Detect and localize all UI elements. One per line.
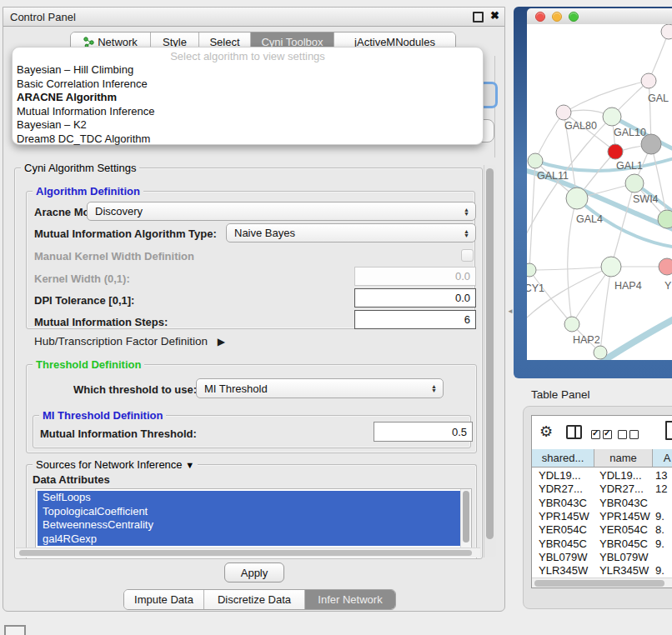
node-gal4[interactable] bbox=[566, 188, 588, 209]
attribute-item-betweennesscentrality[interactable]: BetweennessCentrality bbox=[38, 518, 462, 532]
attribute-item-selfloops[interactable]: SelfLoops bbox=[38, 491, 462, 505]
node-label-y: Y bbox=[664, 280, 672, 292]
node-label-hap2: HAP2 bbox=[573, 334, 600, 346]
tab-impute-data[interactable]: Impute Data bbox=[124, 590, 204, 609]
mi-threshold-input[interactable]: 0.5 bbox=[374, 422, 473, 442]
mi-type-select[interactable]: Naive Bayes ▲▼ bbox=[226, 223, 476, 242]
splitpane-arrow-icon[interactable]: ◄ bbox=[507, 308, 514, 315]
tab-discretize-data[interactable]: Discretize Data bbox=[204, 590, 305, 609]
mi-steps-input[interactable]: 6 bbox=[354, 310, 476, 329]
settings-horizontal-scrollbar[interactable] bbox=[16, 548, 480, 558]
tab-infer-network[interactable]: Infer Network bbox=[305, 590, 395, 609]
network-edge bbox=[564, 81, 649, 112]
table-header-row: shared...nameA bbox=[532, 449, 672, 468]
table-horizontal-scrollbar[interactable] bbox=[532, 578, 672, 588]
table-cell[interactable]: YER054C bbox=[539, 523, 587, 537]
algorithm-definition-title: Algorithm Definition bbox=[33, 185, 143, 198]
node-pink-right[interactable] bbox=[659, 258, 672, 275]
apply-button[interactable]: Apply bbox=[224, 562, 284, 582]
table-cell[interactable]: YBR045C bbox=[599, 538, 648, 551]
which-threshold-select[interactable]: MI Threshold ▲▼ bbox=[196, 378, 444, 398]
hub-section-label: Hub/Transcription Factor Definition bbox=[34, 335, 208, 348]
data-attributes-list[interactable]: SelfLoopsTopologicalCoefficientBetweenne… bbox=[35, 488, 472, 548]
manual-kernel-checkbox[interactable] bbox=[461, 249, 474, 262]
minimized-panel-icon[interactable] bbox=[4, 625, 26, 635]
column-header-A[interactable]: A bbox=[653, 449, 672, 468]
table-cell[interactable]: YDL19... bbox=[539, 469, 581, 482]
algorithm-option[interactable]: Basic Correlation Inference bbox=[13, 78, 483, 92]
table-cell[interactable]: 12 bbox=[655, 482, 667, 496]
node-label-gal1: GAL1 bbox=[616, 160, 643, 172]
node-gal1-red[interactable] bbox=[608, 144, 623, 159]
node-gal80[interactable] bbox=[556, 105, 571, 120]
table-toolbar: ⚙ bbox=[532, 416, 672, 449]
table-cell[interactable]: YBR043C bbox=[599, 497, 648, 510]
table-cell[interactable]: YDR27... bbox=[539, 482, 583, 496]
node-gal10[interactable] bbox=[603, 108, 621, 126]
table-cell[interactable]: YPR145W bbox=[539, 510, 589, 523]
float-panel-icon[interactable] bbox=[473, 12, 484, 22]
attribute-item-gal4rgexp[interactable]: gal4RGexp bbox=[38, 532, 462, 547]
dpi-tolerance-input[interactable]: 0.0 bbox=[354, 288, 476, 308]
settings-vertical-scrollbar[interactable] bbox=[484, 165, 496, 558]
node-hap4[interactable] bbox=[601, 257, 621, 277]
algorithm-option[interactable]: Bayesian – Hill Climbing bbox=[13, 63, 483, 78]
table-cell[interactable]: YPR145W bbox=[599, 510, 650, 523]
hub-section-toggle[interactable]: Hub/Transcription Factor Definition ▶ bbox=[34, 335, 225, 348]
table-cell[interactable]: YDR27... bbox=[599, 482, 644, 496]
column-header-shared...[interactable]: shared... bbox=[532, 449, 594, 468]
clear-checkboxes-icon[interactable] bbox=[618, 428, 641, 442]
table-cell[interactable]: 8. bbox=[655, 523, 664, 537]
node-gcy1[interactable] bbox=[527, 263, 536, 277]
collapsed-arrow-icon[interactable]: ▶ bbox=[218, 336, 225, 348]
close-panel-icon[interactable]: ✖ bbox=[490, 9, 499, 22]
table-cell[interactable]: YBR043C bbox=[539, 497, 587, 510]
zoom-window-icon[interactable] bbox=[569, 12, 579, 22]
node-gal11[interactable] bbox=[528, 153, 543, 168]
select-all-checkboxes-icon[interactable] bbox=[591, 428, 614, 442]
network-window-titlebar[interactable] bbox=[527, 8, 672, 25]
algorithm-option[interactable]: Bayesian – K2 bbox=[13, 118, 483, 132]
dpi-tolerance-value: 0.0 bbox=[455, 292, 470, 304]
network-edge bbox=[529, 270, 572, 324]
node-partial-bottom[interactable] bbox=[594, 346, 607, 359]
cyni-settings-group-title: Cyni Algorithm Settings bbox=[21, 162, 139, 174]
kernel-width-input[interactable]: 0.0 bbox=[354, 267, 476, 286]
algorithm-option[interactable]: Dream8 DC_TDC Algorithm bbox=[13, 132, 483, 147]
column-header-name[interactable]: name bbox=[594, 449, 653, 468]
columns-icon[interactable] bbox=[566, 425, 582, 439]
apply-button-label: Apply bbox=[241, 567, 268, 579]
table-cell[interactable]: 9. bbox=[655, 510, 664, 523]
node-swi4[interactable] bbox=[625, 174, 644, 192]
mi-steps-label: Mutual Information Steps: bbox=[34, 316, 168, 328]
node-hap2[interactable] bbox=[564, 317, 579, 332]
manual-kernel-label: Manual Kernel Width Definition bbox=[34, 250, 194, 262]
node-partial-right[interactable] bbox=[658, 210, 672, 228]
gear-icon[interactable]: ⚙ bbox=[539, 422, 553, 441]
node-label-gcy1: GCY1 bbox=[527, 282, 544, 294]
expanded-arrow-icon[interactable]: ▼ bbox=[185, 460, 194, 470]
minimize-window-icon[interactable] bbox=[552, 12, 562, 22]
table-cell[interactable]: YBL079W bbox=[539, 551, 588, 564]
mi-threshold-group-title: MI Threshold Definition bbox=[39, 409, 166, 422]
close-window-icon[interactable] bbox=[535, 12, 545, 22]
algorithm-option[interactable]: Mutual Information Inference bbox=[13, 105, 483, 119]
table-cell[interactable]: YLR345W bbox=[599, 564, 649, 578]
table-cell[interactable]: 9. bbox=[655, 538, 664, 551]
network-canvas[interactable]: GAL80GAL10GAL1GAL11SWI4GAL4GALGCY1HAP4YH… bbox=[527, 24, 672, 360]
table-cell[interactable]: 13 bbox=[655, 469, 667, 482]
node-partial-top[interactable] bbox=[661, 24, 672, 39]
sources-group-title: Sources for Network Inference ▼ bbox=[33, 458, 198, 471]
table-cell[interactable]: 9. bbox=[655, 564, 664, 578]
algorithm-option[interactable]: ARACNE Algorithm bbox=[13, 91, 483, 105]
table-cell[interactable]: YLR345W bbox=[539, 564, 588, 578]
network-view-frame: GAL80GAL10GAL1GAL11SWI4GAL4GALGCY1HAP4YH… bbox=[514, 7, 672, 378]
aracne-mode-select[interactable]: Discovery ▲▼ bbox=[87, 202, 476, 221]
table-cell[interactable]: YER054C bbox=[599, 523, 648, 537]
attribute-item-topologicalcoefficient[interactable]: TopologicalCoefficient bbox=[38, 505, 462, 519]
new-table-icon[interactable] bbox=[665, 421, 672, 440]
table-cell[interactable]: YBL079W bbox=[599, 551, 649, 564]
table-cell[interactable]: YBR045C bbox=[539, 538, 587, 551]
table-cell[interactable]: YDL19... bbox=[599, 469, 642, 482]
node-gal7[interactable] bbox=[641, 73, 656, 88]
